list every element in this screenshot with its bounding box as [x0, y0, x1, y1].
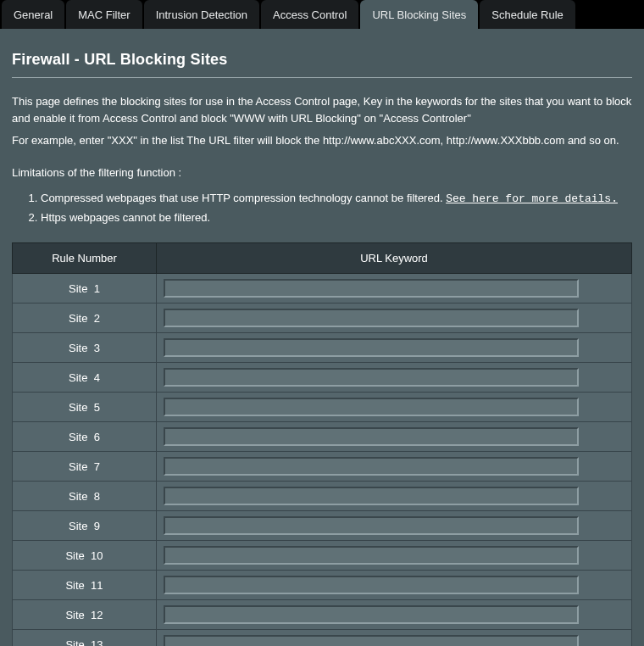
table-row: Site 13 [13, 630, 632, 647]
description-line-1: This page defines the blocking sites for… [12, 93, 632, 127]
limitation-item: Compressed webpages that use HTTP compre… [41, 189, 632, 209]
rule-number-cell: Site 13 [13, 630, 157, 647]
table-row: Site 10 [13, 541, 632, 571]
url-keyword-cell [157, 541, 632, 571]
table-row: Site 11 [13, 571, 632, 600]
url-keyword-input[interactable] [164, 516, 579, 535]
page-body: Firewall - URL Blocking Sites This page … [0, 29, 644, 646]
table-row: Site 9 [13, 511, 632, 541]
rule-number-cell: Site 5 [13, 393, 157, 422]
url-keyword-cell [157, 511, 632, 541]
url-keyword-input[interactable] [164, 635, 579, 646]
limitation-item: Https webpages cannot be filtered. [41, 209, 632, 227]
see-details-link[interactable]: See here for more details. [446, 192, 618, 205]
table-row: Site 3 [13, 333, 632, 363]
url-keyword-cell [157, 422, 632, 452]
url-keyword-input[interactable] [164, 398, 579, 416]
url-keyword-cell [157, 482, 632, 511]
rule-number-cell: Site 11 [13, 571, 157, 600]
column-header-url-keyword: URL Keyword [157, 243, 632, 274]
limitations-title: Limitations of the filtering function : [12, 166, 632, 179]
url-keyword-input[interactable] [164, 457, 579, 476]
rule-number-cell: Site 9 [13, 511, 157, 541]
table-row: Site 1 [13, 274, 632, 304]
rule-number-cell: Site 1 [13, 274, 157, 304]
tab-access-control[interactable]: Access Control [261, 0, 358, 29]
table-row: Site 12 [13, 600, 632, 630]
table-row: Site 5 [13, 393, 632, 422]
url-keyword-cell [157, 274, 632, 304]
tab-schedule-rule[interactable]: Schedule Rule [480, 0, 575, 29]
tab-general[interactable]: General [2, 0, 64, 29]
url-keyword-input[interactable] [164, 368, 579, 387]
page-title: Firewall - URL Blocking Sites [12, 51, 632, 69]
limitations-list: Compressed webpages that use HTTP compre… [12, 189, 632, 227]
column-header-rule-number: Rule Number [13, 243, 157, 274]
tab-mac-filter[interactable]: MAC Filter [66, 0, 142, 29]
description-line-2: For example, enter "XXX" in the list The… [12, 132, 632, 149]
rule-number-cell: Site 3 [13, 333, 157, 363]
url-keyword-input[interactable] [164, 576, 579, 594]
limitation-text: Https webpages cannot be filtered. [41, 211, 210, 224]
limitation-text: Compressed webpages that use HTTP compre… [41, 192, 446, 204]
url-keyword-cell [157, 630, 632, 647]
url-keyword-input[interactable] [164, 605, 579, 624]
url-keyword-cell [157, 571, 632, 600]
url-keyword-cell [157, 452, 632, 482]
url-keyword-input[interactable] [164, 546, 579, 565]
url-keyword-input[interactable] [164, 279, 579, 298]
rule-number-cell: Site 8 [13, 482, 157, 511]
rule-number-cell: Site 12 [13, 600, 157, 630]
table-row: Site 6 [13, 422, 632, 452]
url-keyword-cell [157, 393, 632, 422]
url-keyword-cell [157, 304, 632, 333]
rule-number-cell: Site 6 [13, 422, 157, 452]
url-keyword-input[interactable] [164, 487, 579, 505]
rule-number-cell: Site 2 [13, 304, 157, 333]
table-row: Site 2 [13, 304, 632, 333]
rule-number-cell: Site 7 [13, 452, 157, 482]
table-row: Site 7 [13, 452, 632, 482]
url-keyword-cell [157, 363, 632, 393]
tab-bar: General MAC Filter Intrusion Detection A… [0, 0, 644, 29]
table-row: Site 8 [13, 482, 632, 511]
divider [12, 77, 632, 78]
url-keyword-cell [157, 333, 632, 363]
rule-number-cell: Site 4 [13, 363, 157, 393]
table-row: Site 4 [13, 363, 632, 393]
url-keyword-input[interactable] [164, 309, 579, 327]
url-blocking-table: Rule Number URL Keyword Site 1Site 2Site… [12, 242, 632, 646]
tab-intrusion-detection[interactable]: Intrusion Detection [144, 0, 259, 29]
url-keyword-cell [157, 600, 632, 630]
url-keyword-input[interactable] [164, 427, 579, 446]
url-keyword-input[interactable] [164, 338, 579, 357]
rule-number-cell: Site 10 [13, 541, 157, 571]
tab-url-blocking-sites[interactable]: URL Blocking Sites [360, 0, 478, 29]
